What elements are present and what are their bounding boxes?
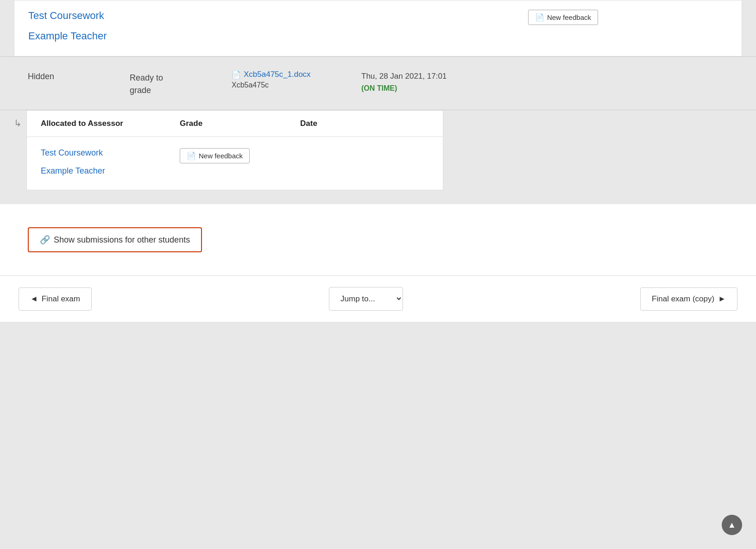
inner-teacher-link[interactable]: Example Teacher [41,166,180,176]
inner-coursework-link[interactable]: Test Coursework [41,148,180,158]
file-link[interactable]: 📄 Xcb5a475c_1.docx [232,70,361,79]
inner-card: Allocated to Assessor Grade Date Test Co… [26,110,443,190]
top-card-row: Test Coursework Example Teacher 📄 New fe… [28,10,728,42]
top-new-feedback-button[interactable]: 📄 New feedback [528,10,598,25]
prev-arrow-icon: ◄ [30,294,38,304]
arrow-row: ↳ Allocated to Assessor Grade Date Test … [0,110,756,204]
top-coursework-link[interactable]: Test Coursework [28,10,104,21]
prev-label: Final exam [42,294,80,304]
top-card: Test Coursework Example Teacher 📄 New fe… [14,0,742,56]
header-assessor: Allocated to Assessor [41,119,180,128]
submission-date: Thu, 28 Jan 2021, 17:01 [361,70,482,82]
jump-to-select[interactable]: Jump to... [329,287,403,311]
ready-to-grade: Ready tograde [130,70,232,97]
page-wrapper: Test Coursework Example Teacher 📄 New fe… [0,0,756,322]
header-date: Date [300,119,393,128]
top-feedback-label: New feedback [547,13,591,21]
grade-status-text: Ready tograde [130,73,163,95]
file-id: Xcb5a475c [232,81,361,89]
inner-table-row: Test Coursework Example Teacher 📄 New fe… [27,137,443,190]
on-time-badge: (ON TIME) [361,82,482,94]
next-label: Final exam (copy) [652,294,714,304]
header-grade: Grade [180,119,300,128]
inner-grade-col: 📄 New feedback [180,148,300,163]
top-assessor-col: Test Coursework Example Teacher [28,10,519,42]
inner-assessor-col: Test Coursework Example Teacher [41,148,180,176]
inner-feedback-label: New feedback [199,152,243,160]
file-col: 📄 Xcb5a475c_1.docx Xcb5a475c [232,70,361,89]
prev-nav-button[interactable]: ◄ Final exam [19,287,92,311]
show-submissions-button[interactable]: 🔗 Show submissions for other students [28,227,202,252]
file-doc-icon: 📄 [232,70,241,79]
date-col: Thu, 28 Jan 2021, 17:01 (ON TIME) [361,70,482,94]
inner-table-header: Allocated to Assessor Grade Date [27,111,443,137]
file-name: Xcb5a475c_1.docx [244,70,311,79]
show-submissions-label: Show submissions for other students [54,235,190,245]
hidden-row: Hidden Ready tograde 📄 Xcb5a475c_1.docx … [0,56,756,110]
next-arrow-icon: ► [718,294,726,304]
hidden-status: Hidden [28,70,130,81]
show-submissions-section: 🔗 Show submissions for other students [0,204,756,275]
next-nav-button[interactable]: Final exam (copy) ► [640,287,737,311]
link-icon: 🔗 [40,235,50,245]
footer-nav: ◄ Final exam Jump to... Final exam (copy… [0,275,756,322]
inner-new-feedback-button[interactable]: 📄 New feedback [180,148,250,163]
arrow-corner-icon: ↳ [14,118,22,129]
top-grade-col: 📄 New feedback [528,10,598,25]
hidden-label: Hidden [28,72,54,81]
inner-doc-icon: 📄 [187,151,196,160]
top-teacher-link[interactable]: Example Teacher [28,30,519,42]
doc-icon: 📄 [535,13,544,22]
